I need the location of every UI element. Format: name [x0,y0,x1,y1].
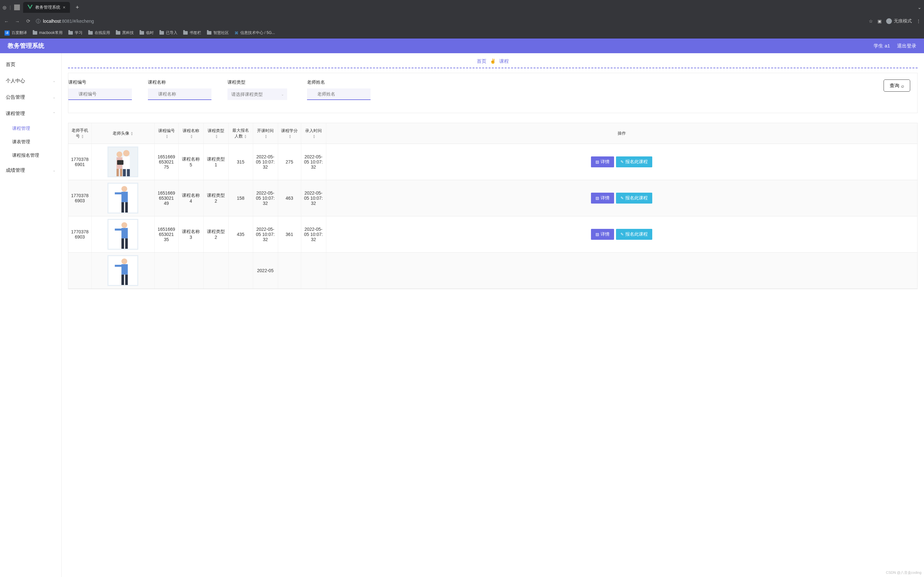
chevron-up-icon: ⌃ [53,111,55,116]
svg-rect-25 [115,265,122,267]
window-chevron-icon[interactable]: ⌄ [918,5,921,10]
svg-rect-3 [116,169,119,176]
user-label[interactable]: 学生 a1 [874,43,890,49]
th-name[interactable]: 课程名称 [178,123,204,144]
panel-icon[interactable]: ▣ [877,19,882,24]
incognito-icon [886,18,892,24]
sort-icon [289,134,292,139]
cell-credit: 463 [278,180,301,216]
edit-icon: ✎ [620,160,624,164]
site-info-icon[interactable]: i [36,19,40,23]
svg-rect-24 [121,264,128,274]
globe-icon: ◎ [3,5,6,10]
forward-icon[interactable]: → [14,19,21,24]
cell-phone: 17703786903 [68,216,91,253]
edit-icon: ✎ [620,232,624,237]
cell-credit: 361 [278,216,301,253]
svg-point-23 [121,258,128,264]
query-button[interactable]: 查询 ⌕ [884,79,910,92]
browser-tab[interactable]: 教务管理系统 × [23,2,70,13]
bookmark-item[interactable]: 已导入 [160,30,178,35]
logout-link[interactable]: 退出登录 [897,43,916,49]
cell-name: 课程名称5 [178,144,204,180]
sidebar-item-personal[interactable]: 个人中心⌄ [0,73,61,89]
filter-type-label: 课程类型 [228,79,304,85]
filter-name-label: 课程名称 [148,79,225,85]
folder-icon [207,31,212,35]
star-icon[interactable]: ☆ [869,19,873,24]
bookmark-item[interactable]: 临时 [140,30,153,35]
breadcrumb-emoji: ✌️ [490,58,496,64]
sidebar-sub-course-manage[interactable]: 课程管理 [0,122,61,135]
new-tab-button[interactable]: + [76,4,79,11]
reload-icon[interactable]: ⟳ [25,18,31,24]
th-code[interactable]: 课程编号 [154,123,178,144]
cell-ops: ▤详情✎报名此课程 [326,144,917,180]
filter-type-select[interactable] [228,89,287,100]
divider: | [10,5,11,10]
bookmark-item[interactable]: macbook常用 [33,30,63,35]
th-credit[interactable]: 课程学分 [278,123,301,144]
folder-icon [183,31,188,35]
bookmark-item[interactable]: 译百度翻译 [5,30,27,35]
svg-rect-9 [117,160,124,165]
th-start[interactable]: 开课时间 [253,123,278,144]
tab-close-icon[interactable]: × [63,5,65,10]
signup-button[interactable]: ✎报名此课程 [616,193,652,203]
sidebar-item-grade[interactable]: 成绩管理⌄ [0,162,61,179]
th-max[interactable]: 最大报名人数 [228,123,253,144]
sidebar-sub-schedule[interactable]: 课表管理 [0,135,61,149]
bookmark-item[interactable]: 在线应用 [88,30,110,35]
svg-rect-27 [125,275,128,285]
filter-name-input[interactable] [148,89,212,100]
folder-icon [68,31,73,35]
teacher-avatar [107,183,138,213]
cell-type: 课程类型1 [204,144,228,180]
main-content: 首页 ✌️ 课程 课程编号 ⌕ 课程名称 ⌕ [61,53,924,577]
url-bar[interactable]: i localhost:8081/#/kecheng [36,19,180,24]
sidebar-item-notice[interactable]: 公告管理⌄ [0,89,61,105]
sidebar-sub-enroll[interactable]: 课程报名管理 [0,149,61,162]
edit-icon: ✎ [620,196,624,200]
tab-title: 教务管理系统 [35,5,60,10]
th-avatar[interactable]: 老师头像 [91,123,154,144]
search-panel: 课程编号 ⌕ 课程名称 ⌕ 课程类型 [68,73,918,113]
bookmark-item[interactable]: 学习 [68,30,82,35]
detail-button[interactable]: ▤详情 [591,156,614,167]
sidebar: 首页 个人中心⌄ 公告管理⌄ 课程管理⌃ 课程管理 课表管理 课程报名管理 成绩… [0,53,61,577]
sort-icon [81,134,84,139]
folder-icon [33,31,37,35]
svg-rect-18 [121,228,128,238]
browser-navbar: ← → ⟳ i localhost:8081/#/kecheng ☆ ▣ 无痕模… [0,15,924,27]
teacher-avatar [107,255,138,286]
bookmark-item[interactable]: 黑科技 [116,30,134,35]
bookmark-item[interactable]: 智慧社区 [207,30,229,35]
sidebar-item-home[interactable]: 首页 [0,56,61,73]
svg-rect-8 [127,169,130,177]
filter-teacher-label: 老师姓名 [307,79,384,85]
bookmark-item[interactable]: ⌘信息技术中心 / 5G... [234,30,275,35]
table-row: 177037869031651669653021 35课程名称3课程类型2435… [68,216,917,253]
th-ops: 操作 [326,123,917,144]
cell-max: 315 [228,144,253,180]
th-entry[interactable]: 录入时间 [301,123,326,144]
breadcrumb-home[interactable]: 首页 [477,58,486,64]
svg-rect-6 [123,156,130,169]
sidebar-item-course[interactable]: 课程管理⌃ [0,105,61,122]
breadcrumb-current: 课程 [499,58,509,64]
th-phone[interactable]: 老师手机号 [68,123,91,144]
sort-icon [131,131,134,136]
divider-line [68,68,918,68]
back-icon[interactable]: ← [3,19,10,24]
signup-button[interactable]: ✎报名此课程 [616,229,652,240]
detail-button[interactable]: ▤详情 [591,229,614,240]
cell-avatar [91,144,154,180]
filter-teacher-input[interactable] [307,89,371,100]
detail-button[interactable]: ▤详情 [591,193,614,203]
filter-code-input[interactable] [68,89,132,100]
th-type[interactable]: 课程类型 [204,123,228,144]
menu-icon[interactable]: ⋮ [916,19,921,24]
folder-icon [116,31,120,35]
bookmark-item[interactable]: 书签栏 [183,30,201,35]
signup-button[interactable]: ✎报名此课程 [616,156,652,167]
